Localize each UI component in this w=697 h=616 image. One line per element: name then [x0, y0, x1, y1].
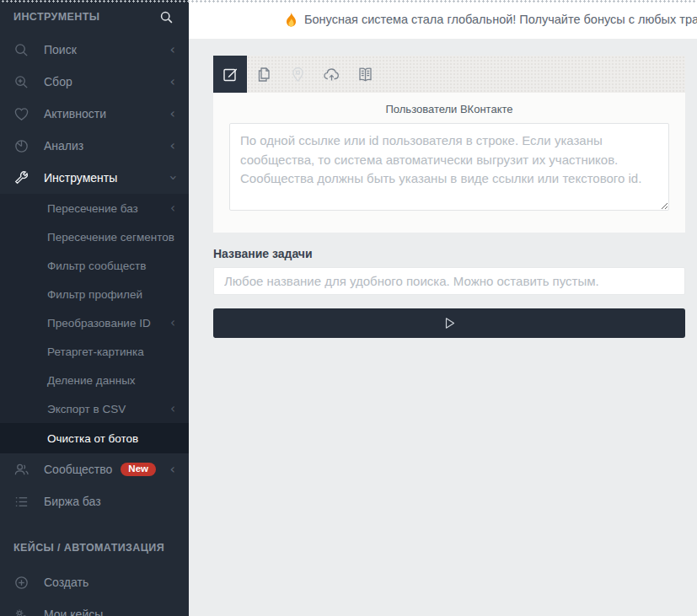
sidebar-item-collect[interactable]: Сбор ‹	[0, 66, 189, 98]
promo-banner-text[interactable]: Бонусная система стала глобальной! Получ…	[304, 13, 697, 26]
submenu-item-label: Пересечение баз	[47, 202, 138, 215]
submenu-item-retarget-image[interactable]: Ретаргет-картинка	[0, 337, 189, 366]
sidebar-item-label: Сбор	[44, 75, 72, 88]
submenu-item-data-split[interactable]: Деление данных	[0, 366, 189, 394]
submenu-item-label: Очистка от ботов	[47, 432, 138, 445]
submenu-item-segment-intersection[interactable]: Пересечение сегментов	[0, 222, 189, 251]
sidebar-item-label: Поиск	[44, 43, 77, 56]
source-tabs	[213, 56, 685, 93]
location-pin-icon	[289, 66, 307, 83]
plus-circle-icon	[13, 575, 29, 591]
sidebar-item-label: Активности	[44, 107, 106, 121]
list-icon	[13, 494, 29, 510]
sidebar-item-label: Анализ	[44, 139, 83, 153]
pie-chart-icon	[13, 138, 29, 154]
new-badge: New	[121, 463, 156, 477]
task-name-label: Название задачи	[213, 247, 697, 260]
sidebar-item-community[interactable]: Сообщество New ‹	[0, 453, 189, 485]
sidebar-item-label: Создать	[44, 576, 88, 589]
sidebar-item-label: Биржа баз	[44, 495, 101, 508]
source-panel-body: Пользователи ВКонтакте	[213, 93, 685, 233]
submenu-item-base-intersection[interactable]: Пересечение баз ‹	[0, 194, 189, 222]
submenu-item-label: Фильтр профилей	[47, 288, 142, 301]
chevron-left-icon: ‹	[170, 139, 175, 153]
submenu-item-profile-filter[interactable]: Фильтр профилей	[0, 280, 189, 308]
submenu-item-label: Экспорт в CSV	[47, 403, 126, 415]
chevron-left-icon: ‹	[170, 401, 175, 416]
sidebar-item-label: Мои кейсы	[44, 608, 103, 616]
sidebar-section-title: КЕЙСЫ / АВТОМАТИЗАЦИЯ	[13, 542, 164, 554]
play-icon	[442, 316, 457, 330]
tab-manual-input[interactable]	[213, 56, 247, 93]
submenu-item-id-conversion[interactable]: Преобразование ID ‹	[0, 308, 189, 337]
source-panel: Пользователи ВКонтакте	[213, 56, 685, 233]
sidebar-header: ИНСТРУМЕНТЫ	[0, 0, 189, 34]
search-plus-icon	[13, 74, 29, 90]
sidebar: ИНСТРУМЕНТЫ Поиск ‹ Сбор ‹ Активности ‹ …	[0, 0, 189, 616]
chevron-left-icon: ‹	[170, 315, 175, 330]
task-name-input[interactable]	[213, 267, 685, 295]
copy-icon	[255, 66, 273, 83]
sidebar-item-activities[interactable]: Активности ‹	[0, 98, 189, 130]
search-icon	[13, 42, 29, 58]
book-icon	[357, 66, 374, 83]
sidebar-item-search[interactable]: Поиск ‹	[0, 34, 189, 66]
gears-icon	[13, 607, 29, 616]
search-icon[interactable]	[159, 10, 174, 24]
sidebar-item-my-cases[interactable]: Мои кейсы	[0, 598, 189, 616]
chevron-left-icon: ‹	[170, 201, 175, 216]
sidebar-item-base-market[interactable]: Биржа баз	[0, 485, 189, 517]
tab-library[interactable]	[348, 56, 382, 93]
heart-icon	[13, 106, 29, 122]
chevron-left-icon: ‹	[170, 43, 175, 56]
content: Пользователи ВКонтакте Название задачи	[189, 39, 697, 616]
submenu-item-label: Пересечение сегментов	[47, 231, 174, 244]
submenu-item-label: Преобразование ID	[47, 317, 151, 329]
chevron-left-icon: ‹	[170, 463, 175, 476]
cloud-upload-icon	[323, 66, 340, 83]
sidebar-item-create-case[interactable]: Создать	[0, 566, 189, 598]
tab-geo[interactable]	[281, 56, 314, 93]
tools-submenu: Пересечение баз ‹ Пересечение сегментов …	[0, 194, 189, 453]
run-task-button[interactable]	[213, 308, 685, 338]
submenu-item-community-filter[interactable]: Фильтр сообществ	[0, 251, 189, 280]
submenu-item-bot-cleanup[interactable]: Очистка от ботов	[0, 423, 189, 453]
tab-from-task[interactable]	[247, 56, 281, 93]
sidebar-item-analysis[interactable]: Анализ ‹	[0, 130, 189, 162]
tab-upload[interactable]	[314, 56, 348, 93]
submenu-item-label: Ретаргет-картинка	[47, 345, 144, 358]
page-top-dotted-border	[0, 0, 697, 3]
chevron-left-icon: ‹	[170, 75, 175, 88]
main-area: Бонусная система стала глобальной! Получ…	[189, 0, 697, 616]
sidebar-section-title: ИНСТРУМЕНТЫ	[13, 11, 99, 23]
sidebar-section-cases: КЕЙСЫ / АВТОМАТИЗАЦИЯ	[0, 536, 189, 560]
submenu-item-label: Фильтр сообществ	[47, 260, 146, 272]
target-type-label: Пользователи ВКонтакте	[229, 103, 669, 115]
submenu-item-csv-export[interactable]: Экспорт в CSV ‹	[0, 394, 189, 423]
sidebar-item-tools[interactable]: Инструменты ‹	[0, 162, 189, 194]
sidebar-item-label: Инструменты	[44, 171, 117, 185]
wrench-icon	[13, 170, 29, 186]
flame-icon	[284, 12, 298, 27]
sidebar-item-label: Сообщество	[44, 463, 112, 476]
links-textarea[interactable]	[229, 123, 669, 211]
chevron-down-icon: ‹	[166, 175, 180, 180]
edit-icon	[222, 66, 239, 83]
promo-banner: Бонусная система стала глобальной! Получ…	[189, 0, 697, 39]
submenu-item-label: Деление данных	[47, 374, 136, 387]
chevron-left-icon: ‹	[170, 107, 175, 121]
users-icon	[13, 462, 29, 478]
